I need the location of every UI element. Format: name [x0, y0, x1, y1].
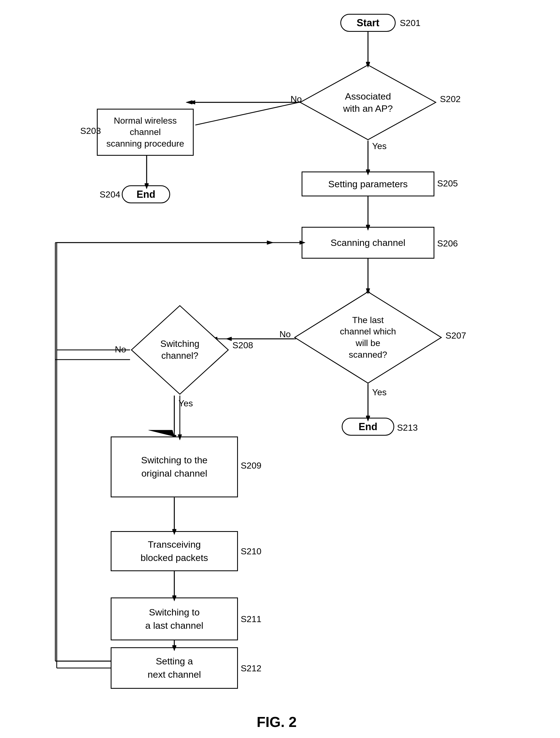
svg-marker-3	[186, 100, 192, 104]
arrows-layer-2	[0, 0, 560, 738]
switch-original-node: Switching to theoriginal channel	[111, 436, 238, 497]
s203-label: S203	[80, 126, 101, 136]
last-channel-diamond-text: The lastchannel whichwill bescanned?	[340, 315, 396, 360]
s206-label: S206	[437, 239, 458, 249]
s211-label: S211	[241, 614, 261, 624]
s209-label: S209	[241, 460, 261, 471]
end2-node: End	[342, 418, 394, 436]
switching-channel-diamond-wrapper: Switchingchannel?	[130, 304, 230, 396]
svg-marker-17	[149, 430, 174, 436]
switch-last-node: Switching toa last channel	[111, 598, 238, 640]
yes1-label: Yes	[372, 141, 386, 151]
no1-label: No	[291, 94, 302, 104]
s210-label: S210	[241, 546, 261, 557]
start-label: Start	[357, 17, 379, 29]
s213-label: S213	[397, 423, 418, 433]
no2-label: No	[279, 329, 291, 339]
setting-next-node: Setting anext channel	[111, 647, 238, 689]
scanning-channel-node: Scanning channel	[302, 227, 435, 259]
diagram: Start S201 Associatedwith an AP? S202 No…	[0, 0, 560, 738]
svg-marker-33	[267, 241, 273, 245]
start-node: Start	[340, 14, 396, 32]
s207-label: S207	[446, 331, 466, 341]
last-channel-diamond-wrapper: The lastchannel whichwill bescanned?	[293, 291, 443, 384]
svg-line-39	[195, 102, 299, 125]
fig-caption: FIG. 2	[221, 714, 332, 730]
svg-marker-41	[189, 100, 195, 104]
yes3-label: Yes	[179, 398, 193, 409]
no3-label: No	[115, 344, 126, 355]
end1-node: End	[122, 185, 170, 203]
normal-scan-node: Normal wireless channelscanning procedur…	[97, 109, 194, 156]
s208-label: S208	[232, 340, 253, 350]
arrows-layer	[0, 0, 560, 738]
associated-diamond-wrapper: Associatedwith an AP?	[299, 64, 437, 141]
switching-channel-diamond-text: Switchingchannel?	[160, 338, 199, 362]
s204-label: S204	[99, 190, 120, 200]
s205-label: S205	[437, 178, 458, 189]
yes2-label: Yes	[372, 387, 386, 397]
transceiving-node: Transceivingblocked packets	[111, 531, 238, 571]
s212-label: S212	[241, 663, 261, 674]
s202-label: S202	[440, 94, 461, 104]
s201-label: S201	[400, 18, 421, 28]
associated-diamond-text: Associatedwith an AP?	[343, 90, 393, 114]
setting-params-node: Setting parameters	[302, 171, 435, 197]
